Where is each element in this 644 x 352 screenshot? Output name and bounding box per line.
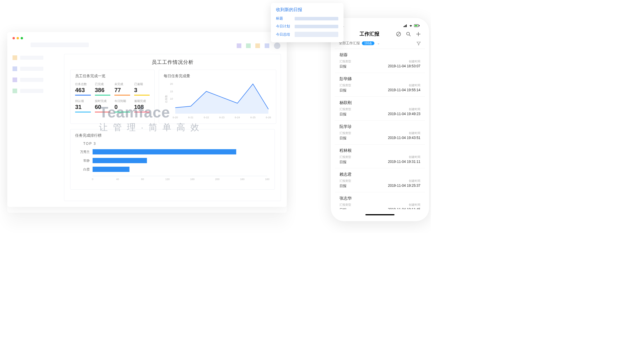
svg-text:15: 15 <box>170 90 173 93</box>
header-icons <box>237 43 280 49</box>
header-icon-1[interactable] <box>237 43 241 48</box>
svg-text:白霞: 白霞 <box>83 168 90 171</box>
svg-rect-27 <box>404 26 405 27</box>
count-badge: 193条 <box>362 41 374 45</box>
notification-popup[interactable]: 收到新的日报 标题 今日计划 今日总结 <box>271 3 344 42</box>
stats-card: 员工任务完成一览 任务总数463已完成386未完成77已逾期3待认领31按时完成… <box>70 70 155 124</box>
report-item[interactable]: 阮学珍汇报类型创建时间日报2019-11-04 19:43:51 <box>335 121 425 145</box>
stat-value: 77 <box>114 87 130 96</box>
wifi-icon <box>409 24 413 27</box>
phone-title: 工作汇报 <box>360 31 379 37</box>
rank-subtitle: TOP 3 <box>83 142 270 146</box>
report-type: 日报 <box>339 207 346 209</box>
header-icon-3[interactable] <box>255 43 260 48</box>
plus-icon[interactable] <box>416 31 421 37</box>
stat-value: 108 <box>134 104 150 112</box>
report-type: 日报 <box>339 184 346 189</box>
svg-text:160: 160 <box>190 178 194 181</box>
stat-label: 任务总数 <box>75 82 91 86</box>
stat-label: 待认领 <box>75 99 91 103</box>
svg-text:20: 20 <box>170 82 173 85</box>
stat-cell: 待认领31 <box>75 99 91 112</box>
report-time: 2019-11-04 19:11:45 <box>388 207 420 209</box>
report-item[interactable]: 胡蓉汇报类型创建时间日报2019-11-04 18:53:07 <box>335 49 425 73</box>
report-time: 2019-11-04 19:43:51 <box>388 136 420 141</box>
svg-text:常静: 常静 <box>83 159 90 162</box>
popup-title: 收到新的日报 <box>276 7 338 13</box>
svg-rect-31 <box>415 25 417 26</box>
traffic-lights <box>13 37 23 39</box>
filter-icon[interactable] <box>416 41 421 46</box>
home-indicator[interactable] <box>365 214 394 215</box>
svg-text:200: 200 <box>215 178 220 181</box>
signal-icon <box>404 24 408 27</box>
stat-cell: 已完成386 <box>95 82 111 96</box>
sidebar-item-4[interactable] <box>13 89 53 93</box>
svg-line-34 <box>397 33 400 36</box>
svg-rect-28 <box>405 25 406 27</box>
report-type: 日报 <box>339 136 346 141</box>
header-icon-2[interactable] <box>246 43 251 48</box>
svg-text:6-22: 6-22 <box>204 116 209 119</box>
report-type: 日报 <box>339 112 346 117</box>
sidebar-item-3[interactable] <box>13 78 53 82</box>
svg-rect-16 <box>93 167 130 172</box>
report-time: 2019-11-04 19:25:37 <box>388 184 420 189</box>
stat-value: 3 <box>134 87 150 96</box>
main-panel: 员工工作情况分析 员工任务完成一览 任务总数463已完成386未完成77已逾期3… <box>64 54 281 201</box>
svg-text:6-20: 6-20 <box>173 116 178 119</box>
stat-value: 0 <box>114 104 130 112</box>
svg-text:万秀兰: 万秀兰 <box>80 150 90 154</box>
svg-text:6-24: 6-24 <box>235 116 240 119</box>
svg-point-35 <box>407 32 410 35</box>
stat-value: 386 <box>95 87 111 96</box>
line-chart-title: 每日任务完成量 <box>164 73 271 79</box>
report-type: 日报 <box>339 88 346 93</box>
stat-cell: 已逾期3 <box>134 82 150 96</box>
svg-text:任务数: 任务数 <box>165 95 168 103</box>
popup-skeleton <box>295 25 338 28</box>
report-item[interactable]: 彭华娣汇报类型创建时间日报2019-11-04 19:55:14 <box>335 73 425 97</box>
svg-text:6-21: 6-21 <box>188 116 193 119</box>
svg-text:160: 160 <box>240 178 245 181</box>
line-chart-card: 每日任务完成量 101520任务数6-206-216-226-236-246-2… <box>159 70 276 124</box>
sidebar-item-1[interactable] <box>13 55 53 60</box>
stats-card-title: 员工任务完成一览 <box>75 73 150 79</box>
report-item[interactable]: 杨联刚汇报类型创建时间日报2019-11-04 19:49:23 <box>335 97 425 121</box>
svg-rect-32 <box>419 25 420 26</box>
rank-card: 任务完成排行榜 TOP 3 万秀兰常静白霞0408012016020016016… <box>70 129 275 190</box>
svg-text:10: 10 <box>170 97 173 100</box>
stat-value: 31 <box>75 104 91 112</box>
maximize-dot[interactable] <box>21 37 23 39</box>
stat-label: 今日到期 <box>114 99 130 103</box>
report-item[interactable]: 赖志君汇报类型创建时间日报2019-11-04 19:25:37 <box>335 168 425 192</box>
search-icon[interactable] <box>406 31 411 37</box>
header-icon-4[interactable] <box>265 43 269 48</box>
stat-label: 按时完成 <box>95 99 111 103</box>
sidebar-item-2[interactable] <box>13 66 53 71</box>
rank-title: 任务完成排行榜 <box>75 133 270 138</box>
report-item[interactable]: 程林根汇报类型创建时间日报2019-11-04 19:31:11 <box>335 145 425 168</box>
stat-value: 60 <box>95 104 111 112</box>
report-name: 彭华娣 <box>339 76 420 82</box>
stat-label: 已完成 <box>95 82 111 86</box>
report-item[interactable]: 张志华汇报类型创建时间日报2019-11-04 19:11:45 <box>335 192 425 209</box>
block-icon[interactable] <box>396 31 401 37</box>
report-name: 程林根 <box>339 148 420 153</box>
header-skeleton <box>31 43 89 47</box>
report-time: 2019-11-04 19:55:14 <box>388 88 420 93</box>
phone-header: 回 工作汇报 <box>335 28 425 41</box>
sidebar <box>13 55 53 100</box>
close-dot[interactable] <box>13 37 15 39</box>
minimize-dot[interactable] <box>17 37 19 39</box>
svg-rect-12 <box>93 149 236 154</box>
svg-text:6-23: 6-23 <box>219 116 224 119</box>
report-name: 杨联刚 <box>339 100 420 105</box>
filter-all-dropdown[interactable]: 全部工作汇报 193条 ⌄ <box>339 41 380 46</box>
stat-cell: 任务总数463 <box>75 82 91 96</box>
filter-row: 全部工作汇报 193条 ⌄ <box>335 41 425 49</box>
avatar[interactable] <box>274 43 280 49</box>
popup-row-plan: 今日计划 <box>276 24 338 29</box>
popup-row-title: 标题 <box>276 16 338 21</box>
svg-text:160: 160 <box>265 178 269 181</box>
